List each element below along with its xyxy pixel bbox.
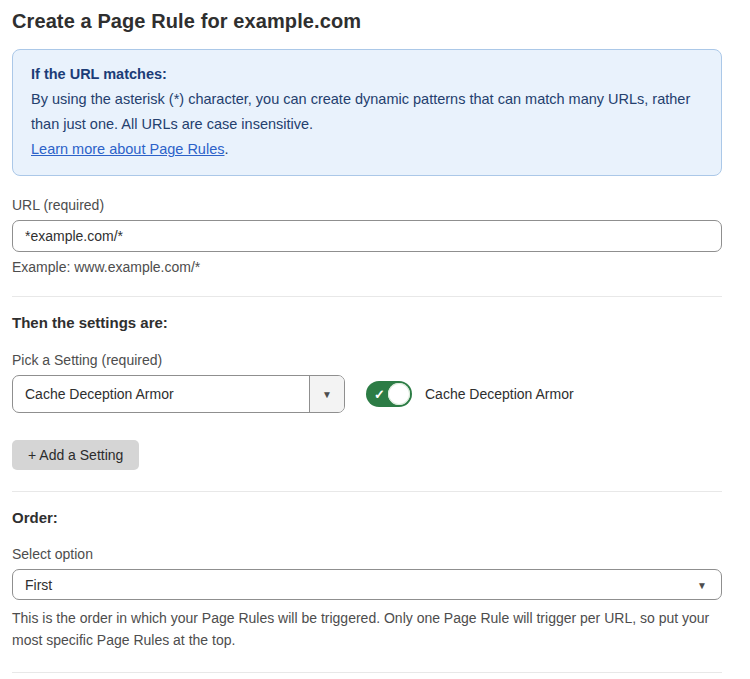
divider	[12, 296, 722, 297]
order-select-value: First	[25, 577, 52, 593]
setting-row: Cache Deception Armor ▼ ✓ Cache Deceptio…	[12, 375, 722, 413]
page-title: Create a Page Rule for example.com	[12, 10, 722, 33]
order-helper: This is the order in which your Page Rul…	[12, 607, 722, 651]
setting-picker-label: Pick a Setting (required)	[12, 352, 722, 368]
divider	[12, 491, 722, 492]
settings-heading: Then the settings are:	[12, 314, 722, 331]
setting-select[interactable]: Cache Deception Armor ▼	[12, 375, 345, 413]
url-label: URL (required)	[12, 197, 722, 213]
page-container: Create a Page Rule for example.com If th…	[0, 0, 750, 679]
info-box-link-line: Learn more about Page Rules.	[31, 137, 703, 162]
order-select-label: Select option	[12, 546, 722, 562]
order-select[interactable]: First ▼	[12, 569, 722, 600]
learn-more-link[interactable]: Learn more about Page Rules	[31, 141, 224, 157]
url-input[interactable]	[12, 220, 722, 252]
check-icon: ✓	[374, 388, 385, 401]
chevron-down-icon: ▼	[697, 579, 707, 590]
chevron-down-icon[interactable]: ▼	[309, 376, 344, 412]
toggle-knob	[388, 383, 410, 405]
order-heading: Order:	[12, 509, 722, 526]
toggle-group: ✓ Cache Deception Armor	[366, 381, 574, 407]
info-box-body: By using the asterisk (*) character, you…	[31, 87, 703, 137]
cache-deception-armor-toggle[interactable]: ✓	[366, 381, 412, 407]
link-period: .	[224, 141, 228, 157]
setting-select-value: Cache Deception Armor	[13, 376, 309, 412]
divider	[12, 672, 722, 673]
url-helper: Example: www.example.com/*	[12, 259, 722, 275]
toggle-label: Cache Deception Armor	[425, 386, 574, 402]
info-box-heading: If the URL matches:	[31, 62, 703, 87]
add-setting-button[interactable]: + Add a Setting	[12, 440, 139, 470]
url-match-info-box: If the URL matches: By using the asteris…	[12, 49, 722, 176]
